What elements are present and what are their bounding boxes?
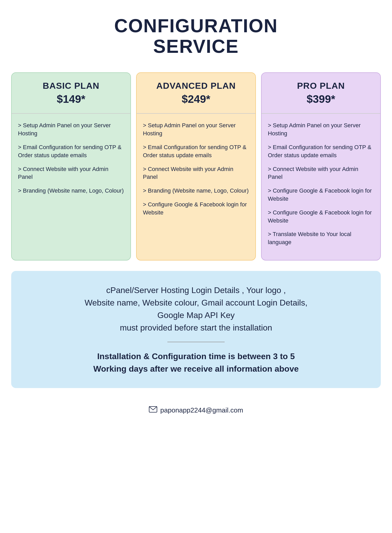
info-main-text: cPanel/Server Hosting Login Details , Yo… xyxy=(27,284,365,334)
info-box: cPanel/Server Hosting Login Details , Yo… xyxy=(11,271,381,388)
feature-item: > Configure Google & Facebook login for … xyxy=(143,201,249,217)
plan-name-advanced: ADVANCED PLAN xyxy=(143,81,249,91)
email-icon xyxy=(149,406,157,414)
plan-price-pro: $399* xyxy=(268,93,374,105)
feature-item: > Connect Website with your Admin Panel xyxy=(268,165,374,181)
feature-item: > Connect Website with your Admin Panel xyxy=(18,165,124,181)
plan-features-pro: > Setup Admin Panel on your Server Hosti… xyxy=(262,114,380,260)
feature-item: > Email Configuration for sending OTP & … xyxy=(18,143,124,160)
feature-item: > Setup Admin Panel on your Server Hosti… xyxy=(143,122,249,138)
page-title: CONFIGURATION SERVICE xyxy=(114,16,278,57)
plan-card-basic: BASIC PLAN$149*> Setup Admin Panel on yo… xyxy=(11,72,131,261)
feature-item: > Configure Google & Facebook login for … xyxy=(268,209,374,225)
feature-item: > Connect Website with your Admin Panel xyxy=(143,165,249,181)
plan-header-advanced: ADVANCED PLAN$249* xyxy=(137,73,255,114)
plan-price-basic: $149* xyxy=(18,93,124,105)
plan-card-advanced: ADVANCED PLAN$249*> Setup Admin Panel on… xyxy=(136,72,256,261)
feature-item: > Branding (Website name, Logo, Colour) xyxy=(18,187,124,195)
feature-item: > Branding (Website name, Logo, Colour) xyxy=(143,187,249,195)
feature-item: > Setup Admin Panel on your Server Hosti… xyxy=(268,122,374,138)
email-address: paponapp2244@gmail.com xyxy=(160,406,243,414)
plan-header-pro: PRO PLAN$399* xyxy=(262,73,380,114)
plan-header-basic: BASIC PLAN$149* xyxy=(12,73,130,114)
feature-item: > Email Configuration for sending OTP & … xyxy=(143,143,249,160)
plan-features-basic: > Setup Admin Panel on your Server Hosti… xyxy=(12,114,130,260)
plan-card-pro: PRO PLAN$399*> Setup Admin Panel on your… xyxy=(261,72,381,261)
feature-item: > Configure Google & Facebook login for … xyxy=(268,187,374,203)
info-divider xyxy=(167,342,225,342)
plan-name-pro: PRO PLAN xyxy=(268,81,374,91)
feature-item: > Setup Admin Panel on your Server Hosti… xyxy=(18,122,124,138)
plans-container: BASIC PLAN$149*> Setup Admin Panel on yo… xyxy=(11,72,381,261)
plan-price-advanced: $249* xyxy=(143,93,249,105)
plan-features-advanced: > Setup Admin Panel on your Server Hosti… xyxy=(137,114,255,260)
info-bold-text: Installation & Configuration time is bet… xyxy=(27,350,365,375)
feature-item: > Translate Website to Your local langua… xyxy=(268,230,374,246)
plan-name-basic: BASIC PLAN xyxy=(18,81,124,91)
feature-item: > Email Configuration for sending OTP & … xyxy=(268,143,374,160)
footer-email-row: paponapp2244@gmail.com xyxy=(149,406,243,414)
